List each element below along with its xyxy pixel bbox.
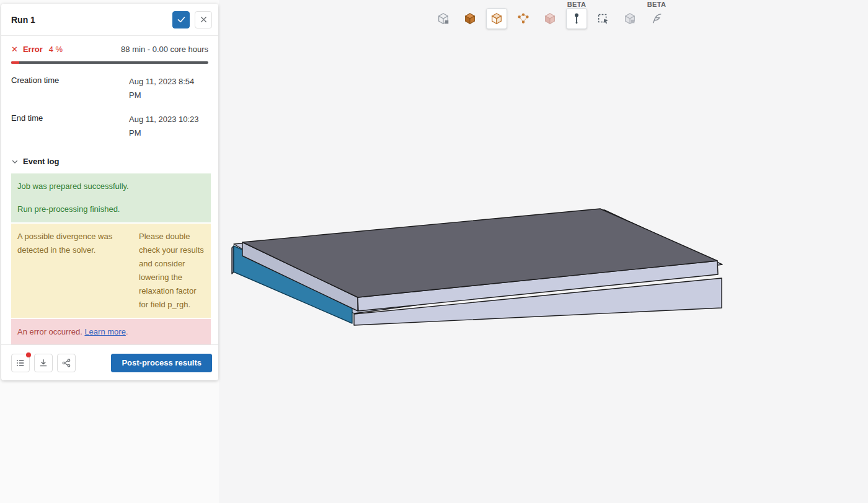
log-entry-error: An error occurred. Learn more. [11,319,211,344]
error-x-icon: ✕ [11,45,18,54]
log-message: Run pre-processing finished. [17,203,205,216]
status-row: ✕ Error 4 % 88 min - 0.00 core hours [1,45,218,54]
cube-outline-icon [436,12,450,25]
panel-header: Run 1 [1,4,218,36]
error-suffix: . [126,327,128,336]
error-message: An error occurred. [17,327,82,336]
log-entry-warning: A possible divergence was detected in th… [11,224,211,318]
status-meta: 88 min - 0.00 core hours [121,45,208,54]
viewport-3d[interactable]: BETA [219,0,868,503]
log-message: Job was prepared successfully. [17,180,205,193]
share-button[interactable] [57,354,76,372]
annotate-feather-button[interactable] [646,8,667,29]
geometry-model[interactable] [219,0,868,503]
post-process-button[interactable]: Post-process results [111,354,212,372]
box-select-icon [596,12,610,25]
field-value: Aug 11, 2023 8:54 PM [129,75,208,102]
probe-point-button[interactable] [566,8,587,29]
warning-message: A possible divergence was detected in th… [17,230,128,312]
beta-badge: BETA [647,1,666,8]
event-list-button[interactable] [11,354,30,372]
share-icon [61,358,71,368]
geometry-cube-button[interactable] [433,8,454,29]
field-label: Creation time [11,75,129,102]
info-row-end-time: End time Aug 11, 2023 10:23 PM [11,113,208,140]
check-icon [177,15,186,24]
close-icon [200,15,208,24]
nodes-icon [516,12,530,25]
cube-wireframe-orange-icon [490,12,503,25]
run-title: Run 1 [11,15,172,25]
panel-footer: Post-process results [1,344,218,380]
status-percent: 4 % [49,45,63,54]
run-info: Creation time Aug 11, 2023 8:54 PM End t… [1,64,218,140]
list-icon [16,358,25,368]
beta-badge: BETA [567,1,587,8]
progress-fill [11,61,19,64]
event-log-toggle[interactable]: Event log [1,151,218,173]
run-details-panel: Run 1 ✕ Error 4 % 88 min - 0.00 core hou… [1,4,218,380]
mesh-cube-button[interactable] [459,8,480,29]
field-value: Aug 11, 2023 10:23 PM [129,113,208,140]
event-log-title: Event log [23,157,60,166]
cube-pink-icon [543,12,557,25]
regions-cube-button[interactable] [539,8,560,29]
feather-icon [650,12,663,25]
viewer-toolbar: BETA [433,8,667,29]
notification-dot [26,352,31,357]
field-label: End time [11,113,129,140]
download-icon [38,358,48,368]
panel-body: ✕ Error 4 % 88 min - 0.00 core hours Cre… [1,36,218,344]
mesh-nodes-button[interactable] [513,8,534,29]
info-row-creation-time: Creation time Aug 11, 2023 8:54 PM [11,75,208,102]
learn-more-link[interactable]: Learn more [84,327,125,336]
confirm-button[interactable] [172,11,190,28]
surfaces-cube-button[interactable] [486,8,507,29]
chevron-down-icon [11,158,19,165]
cube-gray-icon [623,12,637,25]
progress-bar [11,61,208,64]
clip-cube-button[interactable] [619,8,640,29]
log-entry-success: Job was prepared successfully. Run pre-p… [11,173,211,222]
box-select-button[interactable] [593,8,614,29]
warning-hint: Please double check your results and con… [139,230,205,312]
close-button[interactable] [195,11,212,28]
download-button[interactable] [34,354,53,372]
probe-pin-icon [570,12,583,25]
cube-solid-orange-icon [463,12,477,25]
status-label: Error [23,45,43,54]
